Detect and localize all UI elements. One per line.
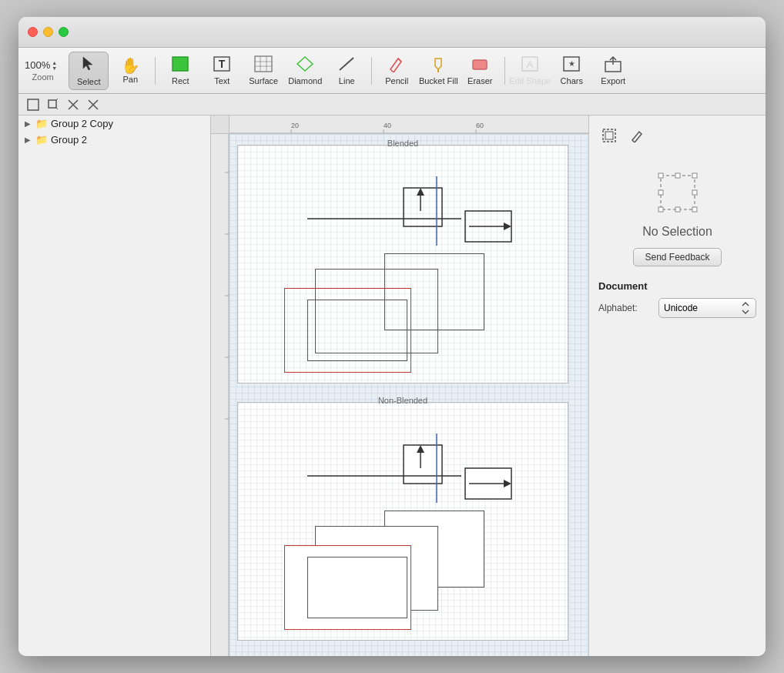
non-blended-label: Non-Blended (378, 396, 427, 405)
bucket-fill-label: Bucket Fill (419, 76, 458, 85)
rect-label: Rect (172, 76, 189, 85)
folder-icon-group2copy: 📁 (35, 118, 48, 129)
svg-rect-54 (658, 173, 663, 178)
sidebar: ▶ 📁 Group 2 Copy ▶ 📁 Group 2 (18, 116, 211, 656)
tool-pencil[interactable]: Pencil (377, 52, 417, 90)
blended-label: Blended (387, 139, 418, 148)
sidebar-arrow-group2: ▶ (25, 136, 32, 144)
svg-rect-55 (675, 173, 680, 178)
diamond-label: Diamond (288, 76, 322, 85)
sidebar-label-group2: Group 2 (51, 134, 87, 146)
svg-rect-19 (49, 100, 56, 108)
canvas-scroll[interactable]: Blended (230, 134, 588, 656)
pan-label: Pan (122, 75, 138, 84)
eraser-icon (471, 55, 489, 75)
svg-rect-18 (28, 99, 39, 110)
svg-rect-57 (658, 190, 663, 195)
select-icon (79, 55, 98, 75)
svg-rect-0 (173, 57, 188, 71)
tool-text[interactable]: T Text (202, 52, 242, 90)
svg-text:A: A (527, 59, 534, 70)
pan-icon: ✋ (121, 58, 140, 73)
canvas-area[interactable]: 20 40 60 (211, 116, 588, 656)
chars-icon: ★ (562, 55, 581, 75)
main-window: 100% ▲ ▼ Zoom Select ✋ Pan (18, 17, 766, 656)
svg-text:40: 40 (384, 122, 391, 129)
pencil-label: Pencil (385, 76, 408, 85)
selection-box-icon (655, 169, 701, 216)
svg-line-10 (398, 59, 401, 62)
secondary-toolbar (18, 94, 766, 116)
svg-line-21 (56, 108, 58, 109)
svg-text:20: 20 (291, 122, 299, 129)
svg-rect-3 (255, 56, 272, 72)
tool-export[interactable]: Export (593, 52, 633, 90)
alphabet-row: Alphabet: Unicode (598, 298, 756, 318)
close-button[interactable] (28, 27, 38, 37)
sec-btn-2[interactable] (45, 96, 62, 113)
panel-pointer-btn[interactable] (598, 125, 620, 146)
minimize-button[interactable] (43, 27, 53, 37)
non-blended-rect-inner (307, 557, 407, 618)
surface-label: Surface (249, 76, 278, 85)
edit-shape-icon: A (521, 55, 539, 75)
alphabet-label: Alphabet: (598, 303, 652, 313)
tool-surface[interactable]: Surface (243, 52, 283, 90)
svg-marker-40 (504, 223, 511, 230)
titlebar (18, 17, 766, 48)
tool-eraser[interactable]: Eraser (460, 52, 500, 90)
sidebar-item-group2[interactable]: ▶ 📁 Group 2 (18, 132, 210, 148)
traffic-lights (28, 27, 69, 37)
maximize-button[interactable] (59, 27, 69, 37)
text-label: Text (214, 76, 230, 85)
zoom-control[interactable]: 100% ▲ ▼ Zoom (25, 59, 61, 82)
document-section-title: Document (598, 280, 756, 292)
export-label: Export (601, 76, 625, 85)
tool-chars[interactable]: ★ Chars (551, 52, 591, 90)
alphabet-select[interactable]: Unicode (658, 298, 756, 318)
blended-vline-svg (429, 169, 444, 261)
tool-diamond[interactable]: Diamond (285, 52, 325, 90)
sec-btn-1[interactable] (25, 96, 42, 113)
sidebar-arrow-group2copy: ▶ (25, 119, 32, 128)
export-icon (604, 55, 622, 75)
blended-hline-svg (300, 207, 477, 230)
selection-indicator: No Selection Send Feedback (598, 169, 756, 266)
chars-label: Chars (561, 76, 583, 85)
eraser-label: Eraser (467, 76, 492, 85)
bucket-fill-icon (429, 55, 447, 75)
panel-toolbar (598, 125, 756, 146)
ruler-corner (211, 116, 230, 134)
svg-marker-8 (297, 57, 313, 71)
select-label: Select (77, 77, 101, 86)
surface-icon (254, 55, 273, 75)
zoom-number: 100% (25, 59, 50, 71)
panel-pencil-btn[interactable] (626, 125, 648, 146)
svg-rect-53 (661, 176, 695, 209)
alphabet-select-arrows (740, 300, 751, 316)
send-feedback-button[interactable]: Send Feedback (633, 248, 721, 266)
svg-rect-56 (692, 173, 697, 178)
line-icon (337, 55, 356, 75)
sidebar-item-group2copy[interactable]: ▶ 📁 Group 2 Copy (18, 116, 210, 132)
sec-btn-4[interactable] (85, 96, 102, 113)
tool-select[interactable]: Select (69, 52, 109, 90)
folder-icon-group2: 📁 (35, 134, 48, 146)
pencil-icon (387, 55, 406, 75)
tool-rect[interactable]: Rect (160, 52, 200, 90)
tool-line[interactable]: Line (327, 52, 367, 90)
tool-bucket-fill[interactable]: Bucket Fill (418, 52, 458, 90)
svg-rect-58 (692, 190, 697, 195)
svg-line-20 (56, 99, 58, 100)
svg-rect-51 (603, 129, 615, 142)
tool-edit-shape[interactable]: A Edit Shape (510, 52, 550, 90)
svg-rect-52 (605, 132, 613, 139)
alphabet-value: Unicode (664, 303, 698, 313)
tool-pan[interactable]: ✋ Pan (110, 52, 150, 90)
zoom-value: 100% ▲ ▼ (25, 59, 61, 71)
sec-btn-3[interactable] (65, 96, 82, 113)
svg-rect-12 (473, 60, 487, 69)
text-icon: T (213, 55, 231, 75)
zoom-stepper[interactable]: ▲ ▼ (52, 60, 61, 71)
svg-rect-61 (692, 207, 697, 212)
